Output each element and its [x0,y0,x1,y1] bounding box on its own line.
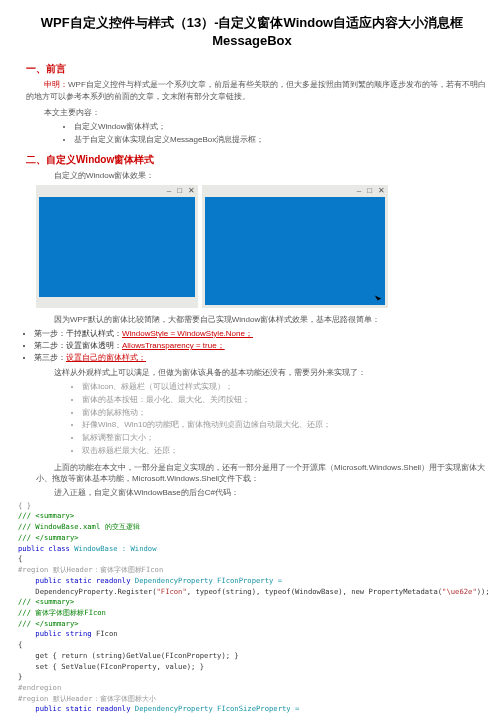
note-3: 上面的功能在本文中，一部分是自定义实现的，还有一部分是用了一个开源库（Micro… [36,462,490,484]
close-icon: ✕ [188,187,195,195]
list-item: 基于自定义窗体实现自定义MessageBox消息提示框； [74,134,490,147]
intro-sub: 本文主要内容： [26,107,490,118]
step-prefix: 第一步：干掉默认样式： [34,329,122,338]
code-line: { [18,640,490,650]
maximize-icon: □ [177,187,182,195]
step-link[interactable]: AllowsTransparency = true； [122,341,225,350]
window-preview-1: – □ ✕ [36,185,198,308]
window-body [39,197,195,297]
code-line: /// </summary> [18,533,490,543]
step-prefix: 第二步：设置窗体透明： [34,341,122,350]
code-line: /// <summary> [18,511,490,521]
step-link[interactable]: WindowStyle = WindowStyle.None； [122,329,253,338]
code-region: #region 默认Header：窗体字体图标大小 [18,694,490,704]
code-line: DependencyProperty.Register("FIcon", typ… [18,587,490,597]
code-line: /// </summary> [18,619,490,629]
step-prefix: 第三步： [34,353,66,362]
code-line: /// <summary> [18,597,490,607]
code-region: #region 默认Header：窗体字体图标FIcon [18,565,490,575]
window-body [205,197,385,305]
effect-label: 自定义的Window窗体效果： [36,170,490,181]
code-line: /// 窗体字体图标标FIcon [18,608,490,618]
code-line: public static readonly DependencyPropert… [18,704,490,713]
list-item: 窗体的鼠标拖动； [82,407,490,420]
code-line: } [18,672,490,682]
titlebar: – □ ✕ [36,185,198,197]
note-1: 因为WPF默认的窗体比较简陋，大都需要自己实现Window窗体样式效果，基本思路… [36,314,490,325]
step-link[interactable]: 设置自己的窗体样式； [66,353,146,362]
section-2-heading: 二、自定义Window窗体样式 [26,153,490,167]
minimize-icon: – [167,187,171,195]
code-line: { [18,554,490,564]
step-item: 第一步：干掉默认样式：WindowStyle = WindowStyle.Non… [34,328,490,340]
code-line: public static readonly DependencyPropert… [18,576,490,586]
minimize-icon: – [357,187,361,195]
code-endregion: #endregion [18,683,490,693]
code-line: public string FIcon [18,629,490,639]
section-1-heading: 一、前言 [26,62,490,76]
intro-paragraph: 申明：WPF自定义控件与样式是一个系列文章，前后是有些关联的，但大多是按照由简到… [26,79,490,103]
intro-label: 申明： [44,80,68,89]
note-2: 这样从外观样式上可以满足，但做为窗体该具备的基本功能还没有，需要另外来实现了： [36,367,490,378]
feature-bullet-list: 窗体Icon、标题栏（可以通过样式实现）； 窗体的基本按钮：最小化、最大化、关闭… [36,381,490,458]
list-item: 鼠标调整窗口大小； [82,432,490,445]
intro-text: WPF自定义控件与样式是一个系列文章，前后是有些关联的，但大多是按照由简到繁的顺… [26,80,486,101]
steps-list: 第一步：干掉默认样式：WindowStyle = WindowStyle.Non… [24,328,490,364]
list-item: 窗体的基本按钮：最小化、最大化、关闭按钮； [82,394,490,407]
step-item: 第二步：设置窗体透明：AllowsTransparency = true； [34,340,490,352]
titlebar: – □ ✕ [202,185,388,197]
code-line: set { SetValue(FIconProperty, value); } [18,662,490,672]
code-line: /// WindowBase.xaml 的交互逻辑 [18,522,490,532]
maximize-icon: □ [367,187,372,195]
list-item: 好像Win8、Win10的功能吧，窗体拖动到桌面边缘自动最大化、还原； [82,419,490,432]
screenshots-row: – □ ✕ – □ ✕ [36,185,490,308]
list-item: 自定义Window窗体样式； [74,121,490,134]
window-preview-2: – □ ✕ [202,185,388,308]
close-icon: ✕ [378,187,385,195]
list-item: 双击标题栏最大化、还原； [82,445,490,458]
list-item: 窗体Icon、标题栏（可以通过样式实现）； [82,381,490,394]
code-line: get { return (string)GetValue(FIconPrope… [18,651,490,661]
intro-bullet-list: 自定义Window窗体样式； 基于自定义窗体实现自定义MessageBox消息提… [28,121,490,147]
note-4: 进入正题，自定义窗体WindowBase的后台C#代码： [36,487,490,498]
code-collapse-marker[interactable]: { } [18,501,490,511]
page-title: WPF自定义控件与样式（13）-自定义窗体Window自适应内容大小消息框Mes… [14,14,490,50]
step-item: 第三步：设置自己的窗体样式； [34,352,490,364]
code-line: public class WindowBase : Window [18,544,490,554]
